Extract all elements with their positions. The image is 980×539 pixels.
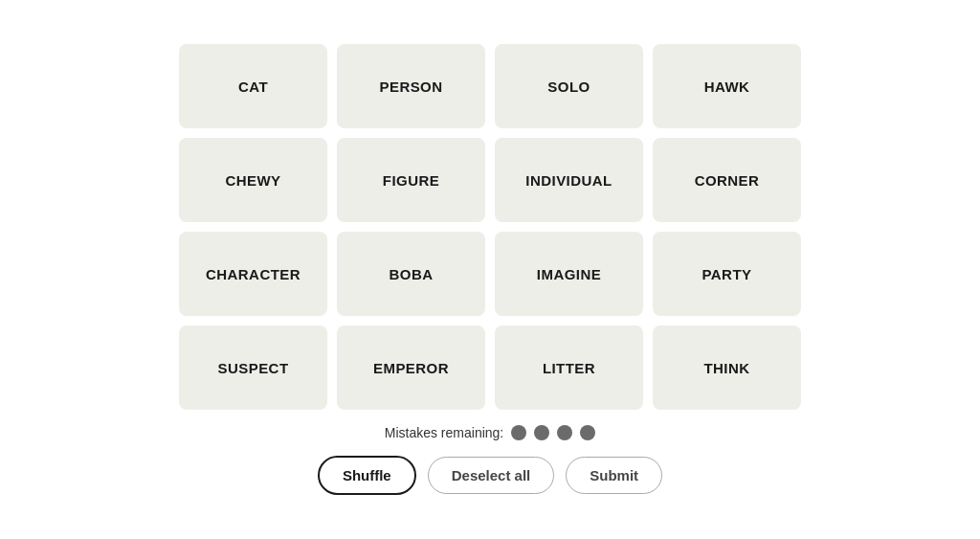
word-label: HAWK [704, 79, 750, 95]
shuffle-button[interactable]: Shuffle [318, 456, 416, 495]
word-label: PARTY [702, 266, 752, 282]
word-label: FIGURE [383, 172, 439, 189]
mistakes-row: Mistakes remaining: [385, 425, 596, 440]
word-label: PERSON [379, 79, 442, 95]
word-label: SUSPECT [218, 360, 289, 376]
word-card[interactable]: INDIVIDUAL [495, 138, 643, 222]
mistakes-label: Mistakes remaining: [385, 425, 504, 440]
word-label: BOBA [390, 266, 434, 282]
word-card[interactable]: BOBA [337, 232, 485, 316]
buttons-row: Shuffle Deselect all Submit [318, 456, 662, 495]
word-card[interactable]: PARTY [653, 232, 801, 316]
word-label: CHEWY [225, 172, 280, 189]
word-label: CAT [238, 79, 268, 95]
word-card[interactable]: SUSPECT [179, 326, 327, 410]
submit-button[interactable]: Submit [566, 457, 662, 494]
word-card[interactable]: CHEWY [179, 138, 327, 222]
word-card[interactable]: SOLO [495, 44, 643, 128]
word-card[interactable]: HAWK [653, 44, 801, 128]
word-label: CHARACTER [206, 266, 301, 282]
word-label: LITTER [543, 360, 595, 376]
word-card[interactable]: EMPEROR [337, 326, 485, 410]
game-container: CATPERSONSOLOHAWKCHEWYFIGUREINDIVIDUALCO… [160, 25, 820, 514]
deselect-button[interactable]: Deselect all [428, 457, 555, 494]
word-card[interactable]: CORNER [653, 138, 801, 222]
word-grid: CATPERSONSOLOHAWKCHEWYFIGUREINDIVIDUALCO… [179, 44, 801, 410]
word-label: CORNER [695, 172, 760, 189]
word-card[interactable]: CAT [179, 44, 327, 128]
word-card[interactable]: THINK [653, 326, 801, 410]
word-card[interactable]: CHARACTER [179, 232, 327, 316]
word-card[interactable]: PERSON [337, 44, 485, 128]
word-label: SOLO [547, 79, 590, 95]
word-label: EMPEROR [373, 360, 449, 376]
word-label: INDIVIDUAL [525, 172, 612, 189]
word-card[interactable]: FIGURE [337, 138, 485, 222]
mistake-dot-3 [557, 425, 572, 440]
word-card[interactable]: IMAGINE [495, 232, 643, 316]
mistake-dot-4 [580, 425, 595, 440]
word-label: IMAGINE [537, 266, 601, 282]
mistake-dot-1 [511, 425, 526, 440]
word-label: THINK [703, 360, 749, 376]
word-card[interactable]: LITTER [495, 326, 643, 410]
mistake-dot-2 [534, 425, 549, 440]
